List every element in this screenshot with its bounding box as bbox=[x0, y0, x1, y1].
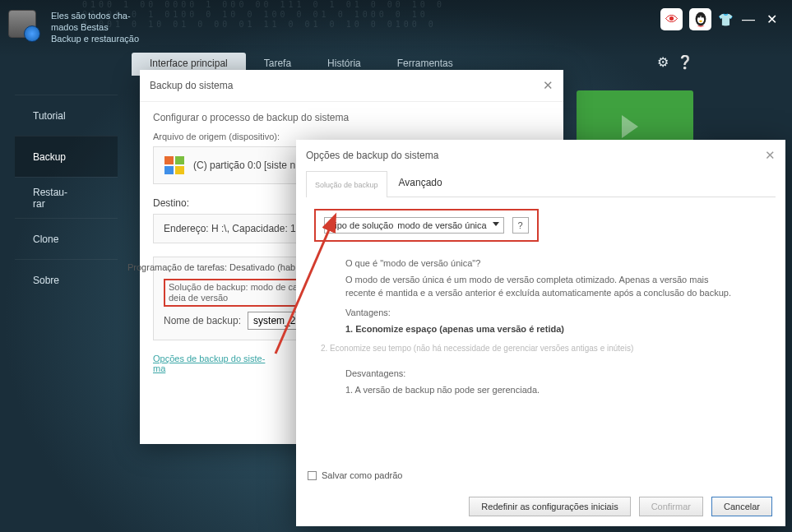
desc-body: O modo de versão única é um modo de vers… bbox=[345, 273, 732, 299]
sidebar-item-restore[interactable]: Restau- rar bbox=[15, 177, 118, 218]
sidebar: Tutorial Backup Restau- rar Clone Sobre bbox=[15, 95, 118, 300]
dialog1-subtitle: Configurar o processo de backup do siste… bbox=[153, 112, 550, 123]
disadvantage-1: 1. A versão de backup não pode ser geren… bbox=[345, 383, 732, 396]
desc-heading-disadvantages: Desvantagens: bbox=[345, 368, 732, 378]
app-title: Eles são todos cha- mados Bestas Backup … bbox=[51, 10, 139, 44]
desc-heading-advantages: Vantagens: bbox=[345, 308, 732, 317]
svg-point-4 bbox=[699, 20, 702, 21]
confirm-button[interactable]: Confirmar bbox=[639, 497, 703, 516]
tab-advanced[interactable]: Avançado bbox=[387, 171, 454, 197]
sidebar-item-backup[interactable]: Backup bbox=[15, 136, 118, 177]
solution-help-button[interactable]: ? bbox=[512, 217, 529, 234]
svg-point-3 bbox=[701, 16, 702, 17]
advantage-2: 2. Economize seu tempo (não há necessida… bbox=[321, 342, 732, 355]
cancel-button[interactable]: Cancelar bbox=[711, 497, 772, 516]
dialog2-title: Opções de backup do sistema bbox=[306, 150, 438, 161]
source-value: (C) partição 0:0 [siste n bbox=[193, 160, 295, 171]
windows-icon bbox=[164, 155, 185, 175]
sidebar-item-tutorial[interactable]: Tutorial bbox=[15, 95, 118, 136]
gear-icon[interactable]: ⚙ bbox=[657, 54, 669, 70]
app-icon bbox=[8, 10, 43, 44]
svg-point-2 bbox=[697, 16, 699, 17]
backup-name-label: Nome de backup: bbox=[164, 315, 241, 326]
theme-icon[interactable]: 👕 bbox=[718, 12, 734, 27]
tab-backup-solution[interactable]: Solução de backup bbox=[306, 171, 387, 197]
chevron-down-icon bbox=[493, 222, 499, 226]
dialog2-close-icon[interactable]: ✕ bbox=[765, 148, 776, 163]
backup-solution-highlight: Solução de backup: modo de ca- deia de v… bbox=[164, 279, 306, 307]
minimize-button[interactable]: — bbox=[740, 12, 757, 27]
dialog-backup-options: Opções de backup do sistema ✕ Solução de… bbox=[296, 140, 785, 526]
dialog1-title: Backup do sistema bbox=[150, 80, 233, 91]
solution-type-highlight: Tipo de solução modo de versão única ? bbox=[314, 209, 539, 242]
save-default-label: Salvar como padrão bbox=[322, 470, 402, 480]
reset-defaults-button[interactable]: Redefinir as configurações iniciais bbox=[469, 497, 630, 516]
qq-icon[interactable] bbox=[689, 8, 711, 30]
close-button[interactable]: ✕ bbox=[763, 12, 780, 27]
sidebar-item-clone[interactable]: Clone bbox=[15, 218, 118, 259]
sidebar-item-about[interactable]: Sobre bbox=[15, 259, 118, 300]
advantage-1: 1. Economize espaço (apenas uma versão é… bbox=[345, 322, 732, 335]
dialog1-close-icon[interactable]: ✕ bbox=[543, 78, 553, 93]
desc-heading-what: O que é "modo de versão única"? bbox=[345, 258, 732, 268]
help-icon[interactable]: ❔ bbox=[677, 54, 693, 70]
solution-type-dropdown[interactable]: Tipo de solução modo de versão única bbox=[324, 217, 504, 234]
weibo-icon[interactable]: 👁 bbox=[660, 8, 683, 30]
save-default-checkbox[interactable] bbox=[308, 471, 317, 480]
